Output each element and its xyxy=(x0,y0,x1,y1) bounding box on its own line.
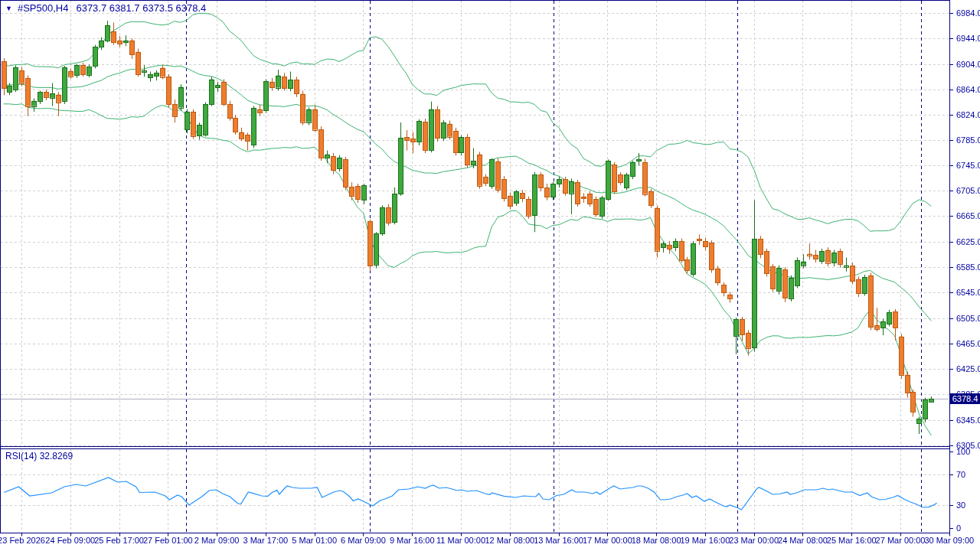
price-tick-label: 6465.0 xyxy=(956,339,980,348)
price-tick-label: 6745.0 xyxy=(956,161,980,170)
rsi-tick-label: 100 xyxy=(956,447,970,456)
symbol-dropdown-icon[interactable]: ▼ xyxy=(5,5,12,12)
time-tick-label: 30 Mar 09:00 xyxy=(913,536,980,545)
price-tick-label: 6345.0 xyxy=(956,416,980,425)
price-tick-label: 6904.0 xyxy=(956,60,980,69)
price-tick-label: 6705.0 xyxy=(956,186,980,195)
mt4-chart-window: ▼#SP500,H46373.7 6381.7 6373.5 6378.4 RS… xyxy=(0,0,980,551)
price-tick-label: 6505.0 xyxy=(956,314,980,323)
price-tick-label: 6625.0 xyxy=(956,237,980,246)
symbol-timeframe-label: #SP500,H4 xyxy=(18,2,69,14)
rsi-tick-label: 70 xyxy=(956,470,965,479)
chart-header: ▼#SP500,H46373.7 6381.7 6373.5 6378.4 xyxy=(5,2,206,14)
price-tick-label: 6665.0 xyxy=(956,211,980,220)
ohlc-readout: 6373.7 6381.7 6373.5 6378.4 xyxy=(76,2,206,14)
price-tick-label: 6425.0 xyxy=(956,364,980,373)
rsi-tick-label: 0 xyxy=(956,523,961,533)
price-tick-label: 6785.0 xyxy=(956,135,980,145)
current-price-tag: 6378.4 xyxy=(950,393,980,404)
price-tick-label: 6864.0 xyxy=(956,85,980,94)
price-tick-label: 6944.0 xyxy=(956,34,980,43)
price-chart-canvas[interactable] xyxy=(0,0,980,551)
rsi-indicator-label: RSI(14) 32.8269 xyxy=(5,451,73,461)
price-tick-label: 6545.0 xyxy=(956,288,980,297)
rsi-tick-label: 30 xyxy=(956,500,965,510)
price-tick-label: 6984.0 xyxy=(956,8,980,18)
price-tick-label: 6585.0 xyxy=(956,262,980,272)
price-tick-label: 6824.0 xyxy=(956,110,980,119)
